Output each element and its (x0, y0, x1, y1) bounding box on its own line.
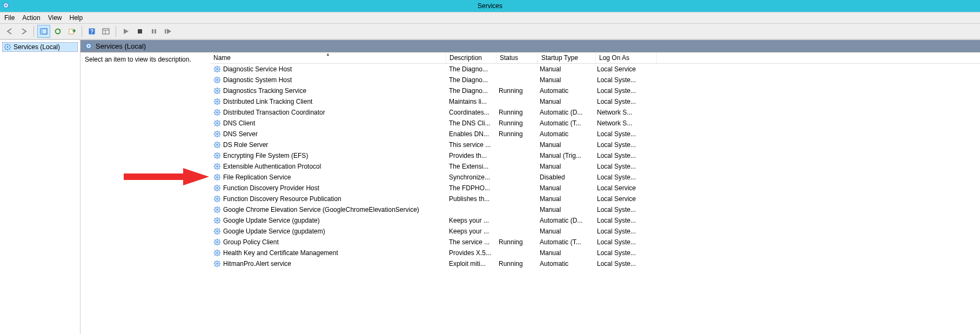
service-row[interactable]: HitmanPro.Alert serviceExploit miti...Ru… (210, 258, 980, 269)
service-logon: Local Syste... (594, 217, 654, 224)
service-description: This service ... (446, 141, 495, 149)
column-header-status[interactable]: Status (496, 52, 538, 63)
pause-service-button[interactable] (147, 25, 160, 38)
service-startup: Manual (536, 163, 594, 170)
service-logon: Network S... (594, 119, 654, 127)
stop-service-button[interactable] (133, 25, 146, 38)
services-list[interactable]: Name ▲ Description Status Startup Type L… (210, 52, 980, 334)
service-startup: Manual (536, 249, 594, 257)
service-name: DNS Client (223, 119, 255, 127)
refresh-button[interactable] (51, 25, 64, 38)
service-row[interactable]: Google Update Service (gupdate)Keeps you… (210, 215, 980, 226)
service-description: The FDPHO... (446, 184, 495, 192)
svg-rect-21 (155, 29, 156, 34)
service-description: The Diagno... (446, 65, 495, 73)
tree-pane[interactable]: Services (Local) (0, 40, 80, 334)
tree-item-services-local[interactable]: Services (Local) (2, 42, 78, 52)
column-header-label: Startup Type (541, 54, 578, 62)
service-startup: Manual (536, 98, 594, 105)
menu-help[interactable]: Help (70, 14, 83, 22)
service-description: Enables DN... (446, 130, 495, 138)
service-startup: Automatic (D... (536, 217, 594, 224)
svg-rect-20 (152, 29, 153, 34)
help-button[interactable]: ? (85, 25, 98, 38)
sort-ascending-icon: ▲ (326, 52, 330, 57)
service-row[interactable]: Function Discovery Resource PublicationP… (210, 193, 980, 204)
service-description: The Diagno... (446, 76, 495, 84)
service-row[interactable]: DNS ServerEnables DN...RunningAutomaticL… (210, 129, 980, 139)
service-startup: Disabled (536, 173, 594, 181)
service-description: The DNS Cli... (446, 119, 495, 127)
pane-body: Select an item to view its description. … (80, 52, 980, 334)
service-name: Google Update Service (gupdate) (223, 217, 320, 224)
service-name: Group Policy Client (223, 238, 279, 246)
start-service-button[interactable] (119, 25, 132, 38)
service-description: Publishes th... (446, 195, 495, 203)
gear-icon (213, 87, 221, 95)
service-startup: Manual (536, 184, 594, 192)
properties-button[interactable] (99, 25, 112, 38)
forward-button[interactable] (17, 25, 30, 38)
service-row[interactable]: Diagnostic System HostThe Diagno...Manua… (210, 75, 980, 85)
column-header-label: Description (449, 54, 482, 62)
title-bar: Services (0, 0, 980, 12)
service-name: Distributed Transaction Coordinator (223, 109, 325, 116)
service-startup: Manual (Trig... (536, 152, 594, 159)
menu-action[interactable]: Action (22, 14, 40, 22)
service-logon: Network S... (594, 109, 654, 116)
toolbar-separator (116, 26, 116, 37)
service-status: Running (495, 260, 536, 268)
service-name: Google Chrome Elevation Service (GoogleC… (223, 206, 419, 213)
service-name: Function Discovery Provider Host (223, 184, 319, 192)
service-logon: Local Syste... (594, 141, 654, 149)
menu-file[interactable]: File (4, 14, 15, 22)
service-row[interactable]: Distributed Transaction CoordinatorCoord… (210, 107, 980, 118)
service-row[interactable]: Function Discovery Provider HostThe FDPH… (210, 183, 980, 193)
restart-service-button[interactable] (162, 25, 174, 38)
service-startup: Automatic (536, 260, 594, 268)
service-row[interactable]: Health Key and Certificate ManagementPro… (210, 248, 980, 258)
service-startup: Automatic (536, 87, 594, 95)
service-description: Provides X.5... (446, 249, 495, 257)
service-logon: Local Syste... (594, 173, 654, 181)
service-row[interactable]: Encrypting File System (EFS)Provides th.… (210, 150, 980, 161)
service-row[interactable]: File Replication ServiceSynchronize...Di… (210, 172, 980, 183)
service-logon: Local Syste... (594, 238, 654, 246)
column-header-description[interactable]: Description (446, 52, 496, 63)
service-row[interactable]: Extensible Authentication ProtocolThe Ex… (210, 161, 980, 172)
show-hide-tree-button[interactable] (37, 25, 50, 38)
export-list-button[interactable] (65, 25, 78, 38)
menu-view[interactable]: View (48, 14, 62, 22)
column-header-startup[interactable]: Startup Type (538, 52, 596, 63)
service-row[interactable]: Group Policy ClientThe service ...Runnin… (210, 237, 980, 248)
service-name: HitmanPro.Alert service (223, 260, 291, 268)
service-row[interactable]: DS Role ServerThis service ...ManualLoca… (210, 139, 980, 150)
service-status: Running (495, 130, 536, 138)
toolbar: ? (0, 24, 980, 39)
gear-icon (213, 109, 221, 116)
service-row[interactable]: Google Chrome Elevation Service (GoogleC… (210, 204, 980, 215)
service-row[interactable]: Distributed Link Tracking ClientMaintain… (210, 96, 980, 107)
service-row[interactable]: Diagnostics Tracking ServiceThe Diagno..… (210, 85, 980, 96)
service-description: Synchronize... (446, 173, 495, 181)
gear-icon (213, 173, 221, 181)
column-header-logon[interactable]: Log On As (596, 52, 657, 63)
gear-icon (213, 130, 221, 138)
gear-icon (213, 163, 221, 170)
toolbar-separator (82, 26, 82, 37)
tree-item-label: Services (Local) (14, 43, 60, 51)
service-logon: Local Syste... (594, 249, 654, 257)
service-name: Extensible Authentication Protocol (223, 163, 321, 170)
service-description: Keeps your ... (446, 228, 495, 235)
service-logon: Local Syste... (594, 152, 654, 159)
service-startup: Automatic (536, 130, 594, 138)
service-logon: Local Syste... (594, 206, 654, 213)
service-row[interactable]: DNS ClientThe DNS Cli...RunningAutomatic… (210, 118, 980, 129)
column-header-name[interactable]: Name ▲ (210, 52, 446, 63)
service-description: The Extensi... (446, 163, 495, 170)
service-row[interactable]: Diagnostic Service HostThe Diagno...Manu… (210, 64, 980, 75)
gear-icon (213, 195, 221, 203)
service-row[interactable]: Google Update Service (gupdatem)Keeps yo… (210, 226, 980, 237)
back-button[interactable] (3, 25, 16, 38)
service-name: DNS Server (223, 130, 258, 138)
